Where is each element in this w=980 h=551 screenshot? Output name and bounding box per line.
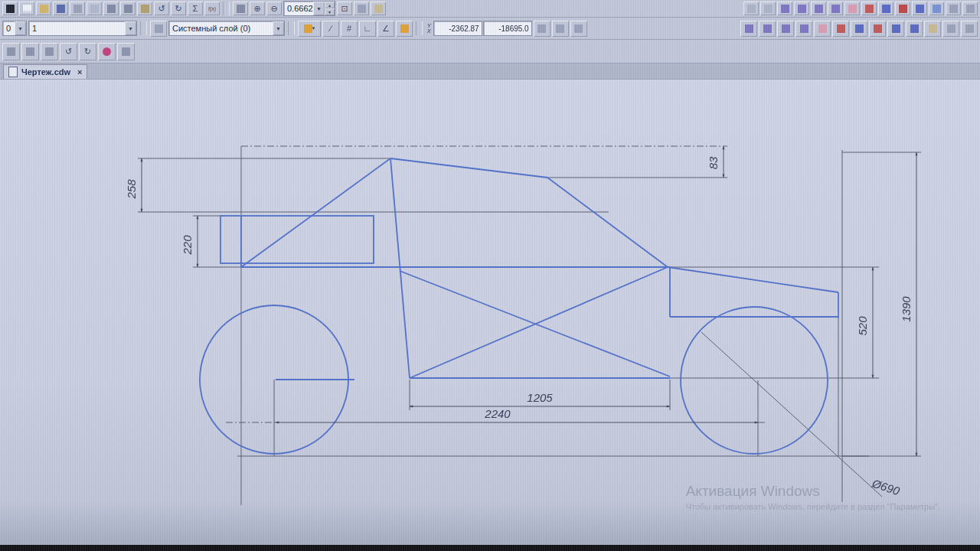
toolbar-button[interactable]: ∕ bbox=[322, 21, 339, 37]
toolbar-button[interactable] bbox=[117, 43, 135, 60]
toolbar-button[interactable]: ⊡ bbox=[337, 2, 352, 15]
scale-combo[interactable]: 0 ▾ bbox=[2, 21, 27, 36]
toolbar-button[interactable] bbox=[759, 21, 776, 37]
chevron-down-icon[interactable]: ▾ bbox=[15, 21, 26, 35]
chevron-down-icon[interactable]: ▾ bbox=[313, 2, 325, 15]
toolbar-button[interactable]: ∟ bbox=[359, 21, 376, 37]
toolbar-button[interactable] bbox=[929, 2, 944, 15]
toolbar-button[interactable] bbox=[924, 21, 941, 37]
layers-button[interactable] bbox=[150, 21, 167, 37]
toolbar-button[interactable] bbox=[103, 2, 119, 15]
toolbar-button[interactable] bbox=[878, 2, 893, 15]
mirror-icon bbox=[763, 24, 772, 33]
toolbar-button[interactable] bbox=[942, 21, 959, 37]
close-icon[interactable]: × bbox=[74, 67, 82, 77]
grid-icon: # bbox=[347, 24, 351, 33]
toolbar-button[interactable] bbox=[828, 2, 843, 15]
toolbar-button[interactable] bbox=[87, 2, 102, 15]
toolbar-button[interactable] bbox=[371, 2, 386, 15]
toolbar-button[interactable] bbox=[396, 21, 413, 37]
toolbar-button[interactable]: ⊕ bbox=[250, 2, 265, 15]
toolbar-button[interactable] bbox=[137, 2, 152, 15]
toolbar-button[interactable] bbox=[2, 2, 18, 15]
toolbar-button[interactable]: # bbox=[341, 21, 358, 37]
tab-drawing[interactable]: Чертеж.cdw × bbox=[3, 64, 87, 79]
layer-combo-value: Системный слой (0) bbox=[169, 24, 273, 33]
toolbar-button[interactable] bbox=[740, 21, 757, 37]
toolbar-button[interactable] bbox=[570, 21, 587, 37]
spin-down-icon[interactable]: ▾ bbox=[325, 8, 335, 15]
toolbar-button[interactable] bbox=[895, 2, 910, 15]
toolbar-button[interactable] bbox=[832, 21, 849, 37]
toolbar-button[interactable] bbox=[962, 2, 978, 15]
toolbar-button[interactable]: ↺ bbox=[154, 2, 169, 15]
angular-dimension-icon bbox=[798, 5, 806, 13]
toolbar-button[interactable] bbox=[961, 21, 978, 37]
toolbar-button[interactable] bbox=[233, 2, 248, 15]
windshield-line bbox=[241, 158, 390, 267]
ortho-icon: ∟ bbox=[364, 24, 372, 33]
toolbar-button[interactable] bbox=[760, 2, 776, 15]
toolbar-button[interactable]: ⊖ bbox=[266, 2, 282, 15]
drawing-canvas[interactable]: 258 220 83 1390 520 1205 2240 Ø690 Актив… bbox=[0, 80, 980, 545]
toolbar-button[interactable] bbox=[19, 2, 34, 15]
toolbar-button[interactable]: ↻ bbox=[171, 2, 186, 15]
coordinate-x-field[interactable]: -2362.87 bbox=[433, 21, 482, 36]
coordinate-y-field[interactable]: -18695.0 bbox=[483, 21, 532, 36]
toolbar-group-view: ↺ ↻ bbox=[2, 43, 135, 60]
toolbar-button[interactable] bbox=[906, 21, 923, 37]
toolbar-button[interactable] bbox=[777, 21, 794, 37]
toolbar-button[interactable] bbox=[53, 2, 68, 15]
toolbar-button[interactable] bbox=[2, 43, 20, 60]
toolbar-group-zoom2: ⊡ bbox=[337, 2, 386, 15]
toolbar-button[interactable] bbox=[777, 2, 792, 15]
toolbar-button[interactable] bbox=[70, 2, 85, 15]
toolbar-button[interactable] bbox=[41, 43, 58, 60]
toolbar-button[interactable] bbox=[887, 21, 904, 37]
zoom-in-icon: ⊕ bbox=[253, 5, 260, 13]
toolbar-button[interactable] bbox=[354, 2, 369, 15]
car-frame-drawing[interactable]: 258 220 83 1390 520 1205 2240 Ø690 bbox=[0, 80, 980, 545]
spin-up-icon[interactable]: ▴ bbox=[325, 2, 335, 8]
toolbar-button[interactable] bbox=[120, 2, 136, 15]
toolbar-button[interactable] bbox=[946, 2, 961, 15]
toolbar-button[interactable] bbox=[844, 2, 860, 15]
toolbar-button[interactable] bbox=[794, 2, 809, 15]
zoom-level-combo[interactable]: 0.6662 ▾ ▴ ▾ bbox=[283, 1, 335, 16]
toolbar-button[interactable]: Σ bbox=[188, 2, 203, 15]
toolbar-button[interactable] bbox=[814, 21, 831, 37]
toolbar-button[interactable]: ↻ bbox=[79, 43, 96, 60]
chevron-down-icon[interactable]: ▾ bbox=[273, 21, 284, 35]
layer-combo[interactable]: Системный слой (0) ▾ bbox=[168, 21, 285, 36]
toolbar-button[interactable] bbox=[36, 2, 51, 15]
toolbar-button[interactable]: ∠ bbox=[377, 21, 394, 37]
toolbar-button[interactable] bbox=[869, 21, 886, 37]
toolbar-group-edit bbox=[740, 21, 978, 37]
toolbar-button[interactable] bbox=[552, 21, 569, 37]
toolbar-separator bbox=[140, 21, 147, 35]
toolbar-button[interactable] bbox=[743, 2, 759, 15]
toolbar-button[interactable]: ↺ bbox=[60, 43, 77, 60]
rotate-icon bbox=[800, 24, 808, 33]
coordinate-axis-label: Y X bbox=[426, 23, 433, 34]
toolbar-button[interactable] bbox=[861, 2, 877, 15]
snap-icon bbox=[400, 24, 409, 33]
toolbar-button[interactable] bbox=[811, 2, 826, 15]
line-style-button[interactable]: ▾ bbox=[298, 21, 321, 37]
toolbar-button[interactable] bbox=[912, 2, 927, 15]
toolbar-button[interactable] bbox=[795, 21, 812, 37]
zoom-area-icon bbox=[358, 5, 366, 13]
style-combo[interactable]: 1 ▾ bbox=[28, 21, 137, 36]
sum-icon: Σ bbox=[193, 5, 198, 13]
toolbar-button[interactable] bbox=[851, 21, 867, 37]
slash-icon: ∕ bbox=[330, 24, 332, 33]
toolbar-button[interactable]: f(x) bbox=[204, 2, 220, 15]
toolbar-button[interactable] bbox=[21, 43, 39, 60]
text-tool-icon bbox=[574, 24, 583, 33]
toolbar-button[interactable] bbox=[98, 43, 116, 60]
toolbar-button[interactable] bbox=[534, 21, 550, 37]
zoom-spinner[interactable]: ▴ ▾ bbox=[325, 2, 335, 15]
compass-icon bbox=[103, 47, 111, 56]
wireframe-icon bbox=[26, 47, 34, 56]
chevron-down-icon[interactable]: ▾ bbox=[125, 21, 136, 35]
